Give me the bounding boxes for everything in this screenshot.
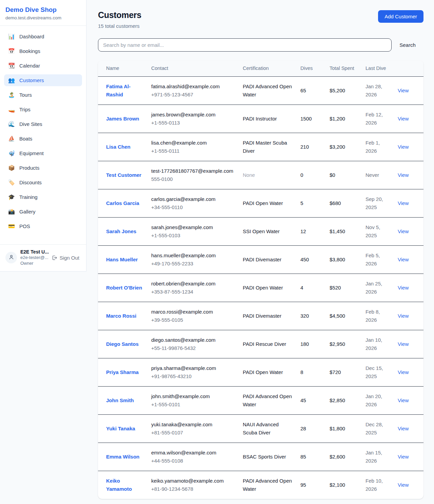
customer-last-dive: Jan 10, 2026 bbox=[366, 336, 390, 352]
customer-last-dive: Jan 15, 2026 bbox=[366, 449, 390, 465]
sidebar-item-label: Products bbox=[19, 165, 39, 171]
view-customer-link[interactable]: View bbox=[398, 369, 409, 375]
customer-name-link[interactable]: Keiko Yamamoto bbox=[106, 478, 132, 492]
customer-phone: +81-90-1234-5678 bbox=[151, 485, 235, 493]
wave-icon: 🌊 bbox=[8, 121, 15, 127]
sidebar-item-label: Calendar bbox=[19, 63, 40, 69]
sidebar-item-dive-sites[interactable]: 🌊Dive Sites bbox=[4, 118, 82, 130]
customer-total-spent: $2,850 bbox=[330, 397, 345, 403]
customer-name-link[interactable]: John Smith bbox=[106, 397, 134, 403]
customers-table: NameContactCertificationDivesTotal Spent… bbox=[98, 60, 423, 499]
customer-name-link[interactable]: Emma Wilson bbox=[106, 454, 139, 460]
sidebar-item-boats[interactable]: ⛵Boats bbox=[4, 133, 82, 145]
customer-dives: 95 bbox=[300, 482, 306, 488]
sidebar-item-dashboard[interactable]: 📊Dashboard bbox=[4, 31, 82, 42]
customer-name-link[interactable]: Fatima Al-Rashid bbox=[106, 83, 131, 97]
customer-total-spent: $520 bbox=[330, 285, 341, 291]
sidebar-item-tours[interactable]: 🏝️Tours bbox=[4, 89, 82, 101]
sidebar-header: Demo Dive Shop demo.test.divestreams.com bbox=[0, 0, 86, 26]
customer-name-link[interactable]: Test Customer bbox=[106, 172, 141, 178]
view-customer-link[interactable]: View bbox=[398, 172, 409, 178]
customer-last-dive: Feb 8, 2026 bbox=[366, 308, 390, 324]
sidebar: Demo Dive Shop demo.test.divestreams.com… bbox=[0, 0, 86, 272]
table-row: Test Customertest-1772681807767@example.… bbox=[98, 161, 423, 189]
customer-certification: BSAC Sports Diver bbox=[243, 453, 292, 461]
sidebar-item-bookings[interactable]: 📅Bookings bbox=[4, 45, 82, 57]
customer-email: keiko.yamamoto@example.com bbox=[151, 477, 235, 485]
page-title-block: Customers 15 total customers bbox=[98, 10, 141, 29]
view-customer-link[interactable]: View bbox=[398, 200, 409, 206]
add-customer-button[interactable]: Add Customer bbox=[378, 10, 423, 23]
customer-certification: None bbox=[243, 171, 292, 179]
sidebar-item-products[interactable]: 📦Products bbox=[4, 162, 82, 174]
sidebar-item-trips[interactable]: 🚤Trips bbox=[4, 104, 82, 115]
user-email: e2e-tester@... bbox=[20, 255, 46, 261]
view-customer-link[interactable]: View bbox=[398, 144, 409, 150]
view-customer-link[interactable]: View bbox=[398, 88, 409, 93]
customer-phone: +353-87-555-1234 bbox=[151, 288, 235, 296]
customer-dives: 85 bbox=[300, 454, 306, 460]
customer-dives: 0 bbox=[300, 172, 303, 178]
view-customer-link[interactable]: View bbox=[398, 454, 409, 460]
view-customer-link[interactable]: View bbox=[398, 341, 409, 347]
customer-certification: PADI Divemaster bbox=[243, 312, 292, 320]
column-header bbox=[394, 60, 423, 76]
customer-last-dive: Sep 20, 2025 bbox=[366, 195, 390, 211]
view-customer-link[interactable]: View bbox=[398, 397, 409, 403]
customer-name-link[interactable]: Diego Santos bbox=[106, 341, 139, 347]
customer-certification: NAUI Advanced Scuba Diver bbox=[243, 421, 292, 437]
shop-name: Demo Dive Shop bbox=[5, 6, 81, 14]
sidebar-item-training[interactable]: 🎓Training bbox=[4, 191, 82, 203]
view-customer-link[interactable]: View bbox=[398, 116, 409, 122]
table-row: Keiko Yamamotokeiko.yamamoto@example.com… bbox=[98, 471, 423, 499]
sidebar-item-customers[interactable]: 👥Customers bbox=[4, 74, 82, 86]
customer-name-link[interactable]: James Brown bbox=[106, 116, 139, 122]
customer-dives: 28 bbox=[300, 426, 306, 431]
sidebar-item-label: Bookings bbox=[19, 48, 40, 54]
customer-total-spent: $1,200 bbox=[330, 116, 345, 122]
view-customer-link[interactable]: View bbox=[398, 285, 409, 291]
customer-name-link[interactable]: Robert O'Brien bbox=[106, 285, 142, 291]
customer-email: fatima.alrashid@example.com bbox=[151, 82, 235, 91]
customer-dives: 180 bbox=[300, 341, 309, 347]
sidebar-item-label: Dive Sites bbox=[19, 121, 42, 127]
customer-name-link[interactable]: Lisa Chen bbox=[106, 144, 131, 150]
search-button[interactable]: Search bbox=[392, 42, 423, 48]
sidebar-user-section: E2E Test U... e2e-tester@... Owner Sign … bbox=[0, 244, 86, 271]
customer-phone: +971-55-123-4567 bbox=[151, 91, 235, 99]
customer-total-spent: $1,450 bbox=[330, 228, 345, 234]
column-header: Total Spent bbox=[326, 60, 361, 76]
view-customer-link[interactable]: View bbox=[398, 228, 409, 234]
table-row: Marco Rossimarco.rossi@example.com+39-55… bbox=[98, 302, 423, 330]
customer-total-spent: $4,500 bbox=[330, 313, 345, 319]
customer-name-link[interactable]: Marco Rossi bbox=[106, 313, 136, 319]
customer-phone: +1-555-0113 bbox=[151, 119, 235, 127]
customer-dives: 45 bbox=[300, 397, 306, 403]
customer-name-link[interactable]: Yuki Tanaka bbox=[106, 426, 135, 431]
customer-name-link[interactable]: Priya Sharma bbox=[106, 369, 139, 375]
customer-last-dive: Jan 28, 2026 bbox=[366, 82, 390, 99]
customer-name-link[interactable]: Carlos Garcia bbox=[106, 200, 139, 206]
sign-out-icon bbox=[52, 255, 57, 261]
sidebar-item-calendar[interactable]: 📆Calendar bbox=[4, 60, 82, 72]
sidebar-item-pos[interactable]: 💳POS bbox=[4, 220, 82, 232]
bar-chart-icon: 📊 bbox=[8, 33, 15, 40]
view-customer-link[interactable]: View bbox=[398, 426, 409, 431]
sign-out-button[interactable]: Sign Out bbox=[50, 255, 81, 261]
customer-email: yuki.tanaka@example.com bbox=[151, 421, 235, 429]
view-customer-link[interactable]: View bbox=[398, 313, 409, 319]
sidebar-item-label: POS bbox=[19, 223, 30, 229]
view-customer-link[interactable]: View bbox=[398, 257, 409, 262]
customer-total-spent: $2,950 bbox=[330, 341, 345, 347]
customer-name-link[interactable]: Sarah Jones bbox=[106, 228, 136, 234]
sidebar-item-gallery[interactable]: 📸Gallery bbox=[4, 206, 82, 218]
sidebar-item-discounts[interactable]: 🏷️Discounts bbox=[4, 176, 82, 188]
view-customer-link[interactable]: View bbox=[398, 482, 409, 488]
customer-last-dive: Feb 5, 2026 bbox=[366, 251, 390, 268]
customer-name-link[interactable]: Hans Mueller bbox=[106, 257, 138, 262]
sidebar-item-equipment[interactable]: 🤿Equipment bbox=[4, 147, 82, 159]
customer-dives: 450 bbox=[300, 257, 309, 262]
tear-off-calendar-icon: 📆 bbox=[8, 62, 15, 69]
sailboat-icon: ⛵ bbox=[8, 135, 15, 142]
search-input[interactable] bbox=[98, 38, 392, 52]
